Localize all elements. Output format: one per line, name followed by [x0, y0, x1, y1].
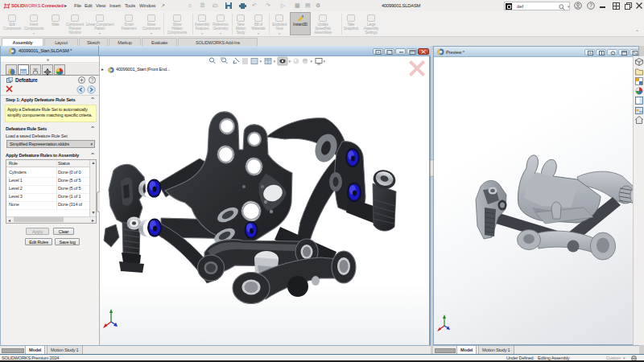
- svg-text:▾: ▾: [311, 59, 313, 64]
- svg-text:?: ?: [91, 77, 94, 83]
- svg-text:▾: ▾: [324, 59, 326, 64]
- svg-text:▾: ▾: [260, 59, 262, 64]
- svg-text:▾: ▾: [289, 59, 291, 64]
- svg-text:▾: ▾: [274, 59, 276, 64]
- svg-text:?: ?: [589, 2, 592, 8]
